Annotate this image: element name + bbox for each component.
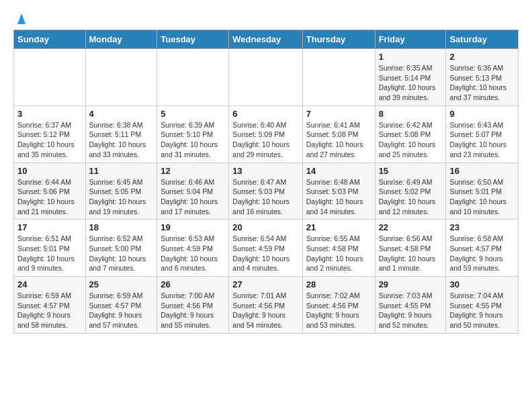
calendar-cell: 1Sunrise: 6:35 AM Sunset: 5:14 PM Daylig… [375, 49, 446, 106]
calendar-cell: 20Sunrise: 6:54 AM Sunset: 4:59 PM Dayli… [229, 220, 302, 277]
cell-details: Sunrise: 6:45 AM Sunset: 5:05 PM Dayligh… [89, 177, 154, 217]
calendar-cell: 8Sunrise: 6:42 AM Sunset: 5:08 PM Daylig… [375, 105, 446, 163]
day-number: 9 [449, 109, 515, 119]
calendar-cell: 25Sunrise: 6:59 AM Sunset: 4:57 PM Dayli… [85, 277, 157, 334]
calendar-cell: 2Sunrise: 6:36 AM Sunset: 5:13 PM Daylig… [446, 49, 519, 106]
column-header-tuesday: Tuesday [157, 30, 229, 49]
column-header-monday: Monday [85, 30, 157, 49]
column-header-saturday: Saturday [446, 30, 519, 49]
day-number: 21 [306, 222, 371, 232]
cell-details: Sunrise: 6:48 AM Sunset: 5:03 PM Dayligh… [306, 177, 371, 217]
calendar-cell: 21Sunrise: 6:55 AM Sunset: 4:58 PM Dayli… [302, 220, 375, 277]
day-number: 15 [379, 166, 443, 176]
cell-details: Sunrise: 6:47 AM Sunset: 5:03 PM Dayligh… [232, 177, 298, 217]
cell-details: Sunrise: 6:35 AM Sunset: 5:14 PM Dayligh… [379, 63, 443, 103]
day-number: 16 [449, 166, 515, 176]
day-number: 14 [306, 166, 371, 176]
day-number: 5 [161, 109, 225, 119]
day-number: 30 [449, 279, 515, 289]
calendar-cell: 24Sunrise: 6:59 AM Sunset: 4:57 PM Dayli… [14, 277, 86, 334]
calendar-cell: 12Sunrise: 6:46 AM Sunset: 5:04 PM Dayli… [157, 163, 229, 220]
cell-details: Sunrise: 6:39 AM Sunset: 5:10 PM Dayligh… [161, 120, 225, 160]
header-row: SundayMondayTuesdayWednesdayThursdayFrid… [14, 30, 519, 49]
day-number: 2 [449, 52, 515, 62]
cell-details: Sunrise: 6:58 AM Sunset: 4:57 PM Dayligh… [449, 234, 515, 273]
column-header-thursday: Thursday [302, 30, 375, 49]
cell-details: Sunrise: 6:50 AM Sunset: 5:01 PM Dayligh… [449, 177, 515, 217]
column-header-sunday: Sunday [14, 30, 86, 49]
calendar-cell [229, 49, 302, 106]
calendar-cell: 18Sunrise: 6:52 AM Sunset: 5:00 PM Dayli… [85, 220, 157, 277]
day-number: 25 [89, 279, 154, 289]
cell-details: Sunrise: 6:52 AM Sunset: 5:00 PM Dayligh… [89, 234, 154, 273]
cell-details: Sunrise: 6:54 AM Sunset: 4:59 PM Dayligh… [232, 234, 298, 273]
calendar-cell: 11Sunrise: 6:45 AM Sunset: 5:05 PM Dayli… [85, 163, 157, 220]
cell-details: Sunrise: 7:04 AM Sunset: 4:55 PM Dayligh… [449, 291, 515, 330]
calendar-cell: 15Sunrise: 6:49 AM Sunset: 5:02 PM Dayli… [375, 163, 446, 220]
logo-icon [15, 12, 28, 26]
day-number: 13 [232, 166, 298, 176]
calendar-table: SundayMondayTuesdayWednesdayThursdayFrid… [13, 30, 519, 334]
week-row-5: 24Sunrise: 6:59 AM Sunset: 4:57 PM Dayli… [14, 277, 519, 334]
cell-details: Sunrise: 6:53 AM Sunset: 4:59 PM Dayligh… [161, 234, 225, 273]
cell-details: Sunrise: 6:42 AM Sunset: 5:08 PM Dayligh… [379, 120, 443, 160]
calendar-cell [302, 49, 375, 106]
cell-details: Sunrise: 7:02 AM Sunset: 4:56 PM Dayligh… [306, 291, 371, 330]
calendar-cell: 6Sunrise: 6:40 AM Sunset: 5:09 PM Daylig… [229, 105, 302, 163]
day-number: 24 [17, 279, 82, 289]
day-number: 29 [379, 279, 443, 289]
cell-details: Sunrise: 6:38 AM Sunset: 5:11 PM Dayligh… [89, 120, 154, 160]
calendar-cell: 10Sunrise: 6:44 AM Sunset: 5:06 PM Dayli… [14, 163, 86, 220]
day-number: 19 [161, 222, 225, 232]
calendar-cell: 3Sunrise: 6:37 AM Sunset: 5:12 PM Daylig… [14, 105, 86, 163]
cell-details: Sunrise: 6:36 AM Sunset: 5:13 PM Dayligh… [449, 63, 515, 103]
calendar-cell [157, 49, 229, 106]
calendar-cell: 27Sunrise: 7:01 AM Sunset: 4:56 PM Dayli… [229, 277, 302, 334]
day-number: 18 [89, 222, 154, 232]
cell-details: Sunrise: 6:40 AM Sunset: 5:09 PM Dayligh… [232, 120, 298, 160]
cell-details: Sunrise: 6:43 AM Sunset: 5:07 PM Dayligh… [449, 120, 515, 160]
day-number: 20 [232, 222, 298, 232]
cell-details: Sunrise: 6:56 AM Sunset: 4:58 PM Dayligh… [379, 234, 443, 273]
calendar-cell: 14Sunrise: 6:48 AM Sunset: 5:03 PM Dayli… [302, 163, 375, 220]
calendar-cell: 28Sunrise: 7:02 AM Sunset: 4:56 PM Dayli… [302, 277, 375, 334]
day-number: 1 [379, 52, 443, 62]
calendar-cell: 26Sunrise: 7:00 AM Sunset: 4:56 PM Dayli… [157, 277, 229, 334]
calendar-cell [14, 49, 86, 106]
day-number: 22 [379, 222, 443, 232]
logo [13, 13, 28, 23]
day-number: 17 [17, 222, 82, 232]
calendar-cell: 9Sunrise: 6:43 AM Sunset: 5:07 PM Daylig… [446, 105, 519, 163]
day-number: 26 [161, 279, 225, 289]
calendar-cell: 19Sunrise: 6:53 AM Sunset: 4:59 PM Dayli… [157, 220, 229, 277]
day-number: 10 [17, 166, 82, 176]
week-row-1: 1Sunrise: 6:35 AM Sunset: 5:14 PM Daylig… [14, 49, 519, 106]
week-row-2: 3Sunrise: 6:37 AM Sunset: 5:12 PM Daylig… [14, 105, 519, 163]
day-number: 23 [449, 222, 515, 232]
calendar-cell: 7Sunrise: 6:41 AM Sunset: 5:08 PM Daylig… [302, 105, 375, 163]
day-number: 3 [17, 109, 82, 119]
cell-details: Sunrise: 6:59 AM Sunset: 4:57 PM Dayligh… [89, 291, 154, 330]
day-number: 6 [232, 109, 298, 119]
day-number: 27 [232, 279, 298, 289]
calendar-cell: 4Sunrise: 6:38 AM Sunset: 5:11 PM Daylig… [85, 105, 157, 163]
cell-details: Sunrise: 6:41 AM Sunset: 5:08 PM Dayligh… [306, 120, 371, 160]
column-header-wednesday: Wednesday [229, 30, 302, 49]
cell-details: Sunrise: 6:37 AM Sunset: 5:12 PM Dayligh… [17, 120, 82, 160]
calendar-cell: 30Sunrise: 7:04 AM Sunset: 4:55 PM Dayli… [446, 277, 519, 334]
day-number: 7 [306, 109, 371, 119]
cell-details: Sunrise: 7:00 AM Sunset: 4:56 PM Dayligh… [161, 291, 225, 330]
cell-details: Sunrise: 6:44 AM Sunset: 5:06 PM Dayligh… [17, 177, 82, 217]
day-number: 8 [379, 109, 443, 119]
cell-details: Sunrise: 7:01 AM Sunset: 4:56 PM Dayligh… [232, 291, 298, 330]
calendar-cell: 23Sunrise: 6:58 AM Sunset: 4:57 PM Dayli… [446, 220, 519, 277]
day-number: 4 [89, 109, 154, 119]
calendar-cell: 29Sunrise: 7:03 AM Sunset: 4:55 PM Dayli… [375, 277, 446, 334]
calendar-cell [85, 49, 157, 106]
cell-details: Sunrise: 6:55 AM Sunset: 4:58 PM Dayligh… [306, 234, 371, 273]
page-header [13, 13, 519, 23]
cell-details: Sunrise: 6:46 AM Sunset: 5:04 PM Dayligh… [161, 177, 225, 217]
cell-details: Sunrise: 6:49 AM Sunset: 5:02 PM Dayligh… [379, 177, 443, 217]
calendar-cell: 16Sunrise: 6:50 AM Sunset: 5:01 PM Dayli… [446, 163, 519, 220]
cell-details: Sunrise: 6:59 AM Sunset: 4:57 PM Dayligh… [17, 291, 82, 330]
